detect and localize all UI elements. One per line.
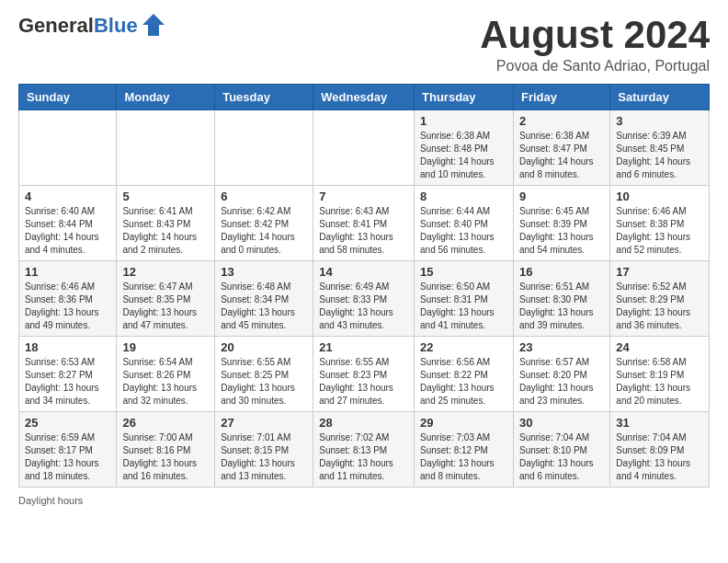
day-number: 30 bbox=[519, 416, 604, 430]
calendar-cell: 16Sunrise: 6:51 AM Sunset: 8:30 PM Dayli… bbox=[513, 261, 609, 337]
day-number: 31 bbox=[616, 416, 703, 430]
day-number: 26 bbox=[122, 416, 209, 430]
day-info: Sunrise: 6:51 AM Sunset: 8:30 PM Dayligh… bbox=[519, 281, 604, 332]
day-info: Sunrise: 6:39 AM Sunset: 8:45 PM Dayligh… bbox=[616, 130, 703, 181]
day-info: Sunrise: 7:03 AM Sunset: 8:12 PM Dayligh… bbox=[420, 431, 507, 483]
calendar-cell: 31Sunrise: 7:04 AM Sunset: 8:09 PM Dayli… bbox=[610, 412, 710, 488]
day-info: Sunrise: 6:40 AM Sunset: 8:44 PM Dayligh… bbox=[25, 205, 110, 257]
calendar-cell bbox=[313, 110, 415, 186]
day-info: Sunrise: 6:57 AM Sunset: 8:20 PM Dayligh… bbox=[519, 356, 604, 408]
day-number: 1 bbox=[420, 114, 507, 128]
calendar-cell: 13Sunrise: 6:48 AM Sunset: 8:34 PM Dayli… bbox=[215, 261, 313, 337]
calendar-week-row: 11Sunrise: 6:46 AM Sunset: 8:36 PM Dayli… bbox=[19, 261, 710, 337]
calendar-week-row: 25Sunrise: 6:59 AM Sunset: 8:17 PM Dayli… bbox=[19, 412, 710, 488]
day-number: 25 bbox=[25, 416, 110, 430]
logo: GeneralBlue bbox=[18, 14, 166, 38]
calendar-cell bbox=[117, 110, 215, 186]
calendar-cell bbox=[215, 110, 313, 186]
calendar-cell bbox=[19, 110, 117, 186]
calendar-cell: 9Sunrise: 6:45 AM Sunset: 8:39 PM Daylig… bbox=[513, 186, 609, 261]
calendar-cell: 15Sunrise: 6:50 AM Sunset: 8:31 PM Dayli… bbox=[415, 261, 514, 337]
weekday-header: Saturday bbox=[610, 85, 710, 110]
calendar-cell: 26Sunrise: 7:00 AM Sunset: 8:16 PM Dayli… bbox=[117, 412, 215, 488]
day-info: Sunrise: 7:01 AM Sunset: 8:15 PM Dayligh… bbox=[221, 431, 307, 483]
day-info: Sunrise: 7:02 AM Sunset: 8:13 PM Dayligh… bbox=[319, 431, 408, 483]
day-number: 21 bbox=[319, 340, 408, 354]
calendar-cell: 25Sunrise: 6:59 AM Sunset: 8:17 PM Dayli… bbox=[19, 412, 117, 488]
calendar-cell: 18Sunrise: 6:53 AM Sunset: 8:27 PM Dayli… bbox=[19, 337, 117, 412]
calendar-cell: 17Sunrise: 6:52 AM Sunset: 8:29 PM Dayli… bbox=[610, 261, 710, 337]
day-number: 16 bbox=[519, 265, 604, 279]
weekday-header: Monday bbox=[117, 85, 215, 110]
footer: Daylight hours bbox=[18, 495, 710, 506]
calendar-week-row: 18Sunrise: 6:53 AM Sunset: 8:27 PM Dayli… bbox=[19, 337, 710, 412]
day-info: Sunrise: 6:47 AM Sunset: 8:35 PM Dayligh… bbox=[122, 281, 209, 332]
day-info: Sunrise: 6:49 AM Sunset: 8:33 PM Dayligh… bbox=[319, 281, 408, 332]
title-section: August 2024 Povoa de Santo Adriao, Portu… bbox=[480, 14, 710, 75]
day-info: Sunrise: 7:04 AM Sunset: 8:09 PM Dayligh… bbox=[616, 431, 703, 483]
calendar-title: August 2024 bbox=[480, 14, 710, 56]
weekday-header: Sunday bbox=[19, 85, 117, 110]
weekday-row: SundayMondayTuesdayWednesdayThursdayFrid… bbox=[19, 85, 710, 110]
calendar-cell: 1Sunrise: 6:38 AM Sunset: 8:48 PM Daylig… bbox=[415, 110, 514, 186]
day-info: Sunrise: 6:55 AM Sunset: 8:23 PM Dayligh… bbox=[319, 356, 408, 408]
day-number: 12 bbox=[122, 265, 209, 279]
calendar-subtitle: Povoa de Santo Adriao, Portugal bbox=[480, 58, 710, 75]
svg-marker-0 bbox=[142, 14, 165, 36]
day-number: 3 bbox=[616, 114, 703, 128]
calendar-cell: 4Sunrise: 6:40 AM Sunset: 8:44 PM Daylig… bbox=[19, 186, 117, 261]
calendar-cell: 19Sunrise: 6:54 AM Sunset: 8:26 PM Dayli… bbox=[117, 337, 215, 412]
day-number: 6 bbox=[221, 190, 307, 203]
weekday-header: Tuesday bbox=[215, 85, 313, 110]
weekday-header: Friday bbox=[513, 85, 609, 110]
day-info: Sunrise: 6:43 AM Sunset: 8:41 PM Dayligh… bbox=[319, 205, 408, 257]
day-number: 10 bbox=[616, 190, 703, 203]
calendar-table: SundayMondayTuesdayWednesdayThursdayFrid… bbox=[18, 84, 710, 488]
day-number: 8 bbox=[420, 190, 507, 203]
calendar-cell: 28Sunrise: 7:02 AM Sunset: 8:13 PM Dayli… bbox=[313, 412, 415, 488]
calendar-cell: 10Sunrise: 6:46 AM Sunset: 8:38 PM Dayli… bbox=[610, 186, 710, 261]
day-info: Sunrise: 6:38 AM Sunset: 8:47 PM Dayligh… bbox=[519, 130, 604, 181]
day-info: Sunrise: 6:46 AM Sunset: 8:36 PM Dayligh… bbox=[25, 281, 110, 332]
day-number: 24 bbox=[616, 340, 703, 354]
daylight-label: Daylight hours bbox=[18, 495, 83, 506]
day-info: Sunrise: 6:46 AM Sunset: 8:38 PM Dayligh… bbox=[616, 205, 703, 257]
day-info: Sunrise: 6:59 AM Sunset: 8:17 PM Dayligh… bbox=[25, 431, 110, 483]
weekday-header: Thursday bbox=[415, 85, 514, 110]
calendar-cell: 8Sunrise: 6:44 AM Sunset: 8:40 PM Daylig… bbox=[415, 186, 514, 261]
calendar-cell: 21Sunrise: 6:55 AM Sunset: 8:23 PM Dayli… bbox=[313, 337, 415, 412]
day-number: 27 bbox=[221, 416, 307, 430]
day-info: Sunrise: 6:52 AM Sunset: 8:29 PM Dayligh… bbox=[616, 281, 703, 332]
logo-text: GeneralBlue bbox=[18, 15, 138, 37]
calendar-cell: 12Sunrise: 6:47 AM Sunset: 8:35 PM Dayli… bbox=[117, 261, 215, 337]
calendar-cell: 6Sunrise: 6:42 AM Sunset: 8:42 PM Daylig… bbox=[215, 186, 313, 261]
day-number: 14 bbox=[319, 265, 408, 279]
day-info: Sunrise: 6:55 AM Sunset: 8:25 PM Dayligh… bbox=[221, 356, 307, 408]
day-info: Sunrise: 7:04 AM Sunset: 8:10 PM Dayligh… bbox=[519, 431, 604, 483]
weekday-header: Wednesday bbox=[313, 85, 415, 110]
day-info: Sunrise: 6:50 AM Sunset: 8:31 PM Dayligh… bbox=[420, 281, 507, 332]
day-number: 28 bbox=[319, 416, 408, 430]
day-info: Sunrise: 6:41 AM Sunset: 8:43 PM Dayligh… bbox=[122, 205, 209, 257]
calendar-cell: 14Sunrise: 6:49 AM Sunset: 8:33 PM Dayli… bbox=[313, 261, 415, 337]
day-number: 15 bbox=[420, 265, 507, 279]
calendar-header: SundayMondayTuesdayWednesdayThursdayFrid… bbox=[19, 85, 710, 110]
day-number: 11 bbox=[25, 265, 110, 279]
calendar-cell: 3Sunrise: 6:39 AM Sunset: 8:45 PM Daylig… bbox=[610, 110, 710, 186]
day-info: Sunrise: 6:58 AM Sunset: 8:19 PM Dayligh… bbox=[616, 356, 703, 408]
day-number: 17 bbox=[616, 265, 703, 279]
day-info: Sunrise: 6:44 AM Sunset: 8:40 PM Dayligh… bbox=[420, 205, 507, 257]
day-number: 7 bbox=[319, 190, 408, 203]
calendar-body: 1Sunrise: 6:38 AM Sunset: 8:48 PM Daylig… bbox=[19, 110, 710, 488]
day-number: 5 bbox=[122, 190, 209, 203]
calendar-cell: 22Sunrise: 6:56 AM Sunset: 8:22 PM Dayli… bbox=[415, 337, 514, 412]
day-info: Sunrise: 6:38 AM Sunset: 8:48 PM Dayligh… bbox=[420, 130, 507, 181]
day-info: Sunrise: 6:45 AM Sunset: 8:39 PM Dayligh… bbox=[519, 205, 604, 257]
page: GeneralBlue August 2024 Povoa de Santo A… bbox=[0, 0, 728, 520]
day-number: 23 bbox=[519, 340, 604, 354]
header: GeneralBlue August 2024 Povoa de Santo A… bbox=[18, 14, 710, 75]
calendar-cell: 2Sunrise: 6:38 AM Sunset: 8:47 PM Daylig… bbox=[513, 110, 609, 186]
calendar-cell: 23Sunrise: 6:57 AM Sunset: 8:20 PM Dayli… bbox=[513, 337, 609, 412]
calendar-cell: 27Sunrise: 7:01 AM Sunset: 8:15 PM Dayli… bbox=[215, 412, 313, 488]
day-number: 22 bbox=[420, 340, 507, 354]
